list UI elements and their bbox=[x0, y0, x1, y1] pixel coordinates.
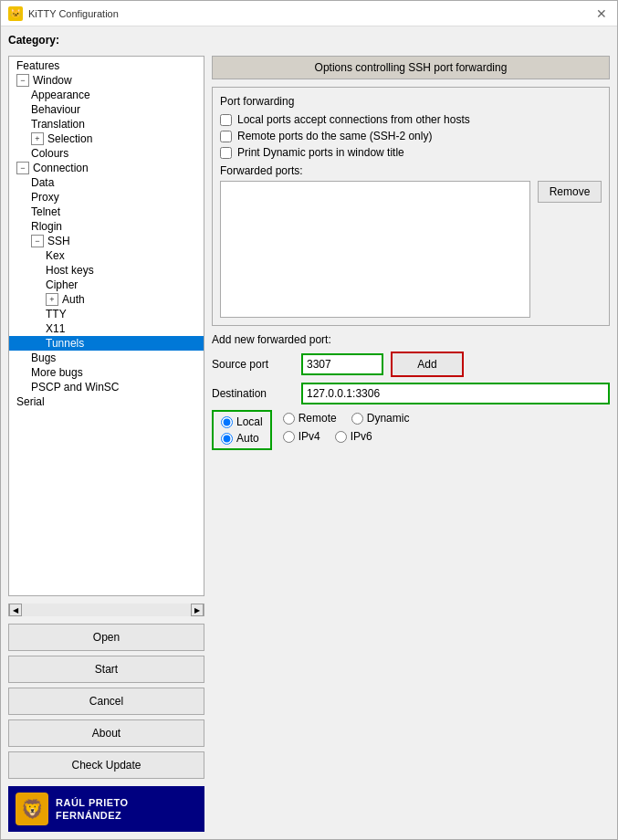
open-button[interactable]: Open bbox=[8, 624, 204, 651]
auth-expander[interactable]: + bbox=[46, 293, 58, 306]
remote-accept-label: Remote ports do the same (SSH-2 only) bbox=[237, 130, 432, 142]
tree-item-proxy[interactable]: Proxy bbox=[9, 190, 204, 205]
cancel-button[interactable]: Cancel bbox=[8, 688, 204, 715]
tree-item-colours[interactable]: Colours bbox=[9, 146, 204, 161]
radio-ipv6-input[interactable] bbox=[335, 431, 347, 443]
start-button[interactable]: Start bbox=[8, 656, 204, 683]
tree-item-pscp[interactable]: PSCP and WinSC bbox=[9, 380, 204, 394]
title-bar-left: 🐱 KiTTY Configuration bbox=[8, 6, 119, 21]
port-forwarding-group: Port forwarding Local ports accept conne… bbox=[212, 87, 610, 326]
left-panel: Features − Window Appearance bbox=[8, 56, 204, 832]
selection-expander[interactable]: + bbox=[31, 132, 44, 145]
tree-item-bugs-label: Bugs bbox=[31, 352, 56, 364]
tree-item-telnet-label: Telnet bbox=[31, 205, 60, 218]
print-dynamic-label: Print Dynamic ports in window title bbox=[237, 146, 404, 159]
destination-input[interactable] bbox=[301, 383, 610, 404]
radio-dynamic-label: Dynamic bbox=[367, 412, 410, 425]
radio-ipv4: IPv4 bbox=[283, 430, 320, 443]
main-area: Features − Window Appearance bbox=[8, 56, 610, 832]
tree-item-selection[interactable]: + Selection bbox=[9, 131, 204, 146]
tree-item-appearance[interactable]: Appearance bbox=[9, 88, 204, 102]
tree-item-tty[interactable]: TTY bbox=[9, 307, 204, 321]
local-accept-label: Local ports accept connections from othe… bbox=[237, 113, 470, 126]
tree-item-tunnels[interactable]: Tunnels bbox=[9, 336, 204, 351]
remote-accept-checkbox[interactable] bbox=[220, 131, 232, 142]
tree-item-kex[interactable]: Kex bbox=[9, 248, 204, 263]
tree-item-serial[interactable]: Serial bbox=[9, 394, 204, 409]
tree-item-data[interactable]: Data bbox=[9, 175, 204, 190]
tree-item-window-label: Window bbox=[33, 74, 72, 87]
fp-left: Forwarded ports: bbox=[220, 164, 530, 318]
radio-remote-label: Remote bbox=[299, 412, 337, 425]
add-button[interactable]: Add bbox=[391, 352, 464, 377]
window-title: KiTTY Configuration bbox=[28, 8, 119, 19]
check-update-button[interactable]: Check Update bbox=[8, 751, 204, 779]
tree-item-auth-label: Auth bbox=[62, 293, 85, 306]
forwarded-ports-list[interactable] bbox=[220, 181, 530, 318]
window-expander[interactable]: − bbox=[16, 74, 29, 87]
radio-local: Local bbox=[221, 415, 263, 428]
content-area: Category: Features − Window bbox=[1, 26, 617, 839]
brand-text: RAÚL PRIETOFERNÁNDEZ bbox=[56, 796, 129, 823]
tree-item-hostkeys[interactable]: Host keys bbox=[9, 263, 204, 278]
scroll-right-btn[interactable]: ▶ bbox=[191, 604, 204, 616]
main-window: 🐱 KiTTY Configuration ✕ Category: Featur… bbox=[0, 0, 618, 840]
tree-item-ssh-label: SSH bbox=[47, 235, 70, 247]
radio-ipv6-label: IPv6 bbox=[351, 430, 372, 443]
tree-item-features[interactable]: Features bbox=[9, 58, 204, 73]
tree-item-selection-label: Selection bbox=[47, 132, 92, 145]
radio-groups: Local Auto bbox=[212, 410, 610, 450]
tree-item-window[interactable]: − Window bbox=[9, 73, 204, 88]
checkbox-remote-accept: Remote ports do the same (SSH-2 only) bbox=[220, 130, 602, 142]
tree-item-ssh[interactable]: − SSH bbox=[9, 234, 204, 248]
tree-item-morebugs[interactable]: More bugs bbox=[9, 365, 204, 380]
right-panel: Options controlling SSH port forwarding … bbox=[212, 56, 610, 832]
tree-item-data-label: Data bbox=[31, 176, 54, 189]
radio-row-type: Remote Dynamic bbox=[283, 412, 410, 425]
forwarded-ports-label: Forwarded ports: bbox=[220, 164, 530, 177]
radio-auto-input[interactable] bbox=[221, 433, 233, 445]
local-accept-checkbox[interactable] bbox=[220, 114, 232, 126]
app-icon: 🐱 bbox=[8, 6, 23, 21]
tree-item-translation-label: Translation bbox=[31, 118, 85, 131]
radio-ipv4-input[interactable] bbox=[283, 431, 295, 443]
tree-item-behaviour[interactable]: Behaviour bbox=[9, 102, 204, 117]
tree-item-cipher[interactable]: Cipher bbox=[9, 278, 204, 292]
radio-local-input[interactable] bbox=[221, 416, 233, 428]
tree-item-auth[interactable]: + Auth bbox=[9, 292, 204, 307]
right-radios: Remote Dynamic bbox=[283, 412, 410, 443]
scroll-track[interactable] bbox=[22, 604, 191, 616]
tree-item-proxy-label: Proxy bbox=[31, 191, 59, 204]
tree-item-serial-label: Serial bbox=[16, 395, 45, 408]
horizontal-scrollbar[interactable]: ◀ ▶ bbox=[8, 604, 204, 616]
tree-item-telnet[interactable]: Telnet bbox=[9, 205, 204, 219]
tree-item-kex-label: Kex bbox=[46, 249, 65, 262]
print-dynamic-checkbox[interactable] bbox=[220, 147, 232, 159]
connection-expander[interactable]: − bbox=[16, 162, 29, 174]
section-header: Options controlling SSH port forwarding bbox=[212, 56, 610, 79]
radio-dynamic-input[interactable] bbox=[351, 413, 363, 425]
category-tree[interactable]: Features − Window Appearance bbox=[8, 56, 204, 596]
source-port-input[interactable] bbox=[301, 353, 383, 375]
remove-button[interactable]: Remove bbox=[538, 181, 602, 203]
tree-item-rlogin[interactable]: Rlogin bbox=[9, 219, 204, 234]
forwarded-ports-wrapper: Forwarded ports: Remove bbox=[220, 164, 602, 318]
close-button[interactable]: ✕ bbox=[593, 5, 610, 22]
tree-item-translation[interactable]: Translation bbox=[9, 117, 204, 131]
type-radio-group: Local Auto bbox=[212, 410, 272, 450]
tree-item-x11-label: X11 bbox=[46, 322, 65, 335]
add-forwarded-label: Add new forwarded port: bbox=[212, 333, 610, 346]
tree-item-appearance-label: Appearance bbox=[31, 89, 90, 101]
tree-item-x11[interactable]: X11 bbox=[9, 321, 204, 336]
radio-ipv4-label: IPv4 bbox=[299, 430, 320, 443]
checkbox-local-accept: Local ports accept connections from othe… bbox=[220, 113, 602, 126]
radio-ipv6: IPv6 bbox=[335, 430, 372, 443]
ssh-expander[interactable]: − bbox=[31, 235, 44, 247]
tree-item-connection[interactable]: − Connection bbox=[9, 161, 204, 175]
brand-icon: 🦁 bbox=[16, 793, 48, 825]
tree-item-hostkeys-label: Host keys bbox=[46, 264, 94, 277]
about-button[interactable]: About bbox=[8, 719, 204, 747]
scroll-left-btn[interactable]: ◀ bbox=[9, 604, 22, 616]
radio-remote-input[interactable] bbox=[283, 413, 295, 425]
tree-item-bugs[interactable]: Bugs bbox=[9, 351, 204, 365]
